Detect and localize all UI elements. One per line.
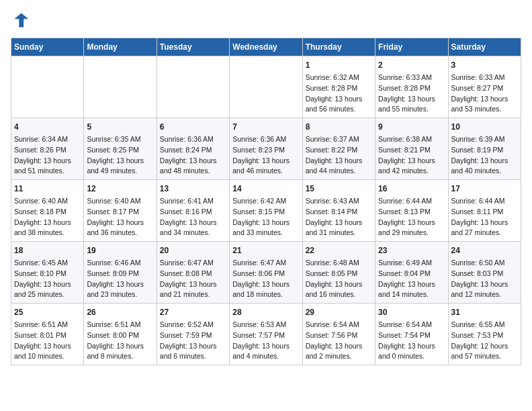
- calendar-cell: [84, 56, 157, 118]
- week-row-1: 1Sunrise: 6:32 AM Sunset: 8:28 PM Daylig…: [11, 56, 521, 118]
- day-info: Sunrise: 6:41 AM Sunset: 8:16 PM Dayligh…: [160, 196, 226, 238]
- day-info: Sunrise: 6:54 AM Sunset: 7:56 PM Dayligh…: [306, 320, 372, 362]
- svg-marker-0: [14, 13, 28, 28]
- logo: [11, 11, 32, 30]
- day-number: 24: [451, 244, 518, 257]
- day-info: Sunrise: 6:38 AM Sunset: 8:21 PM Dayligh…: [378, 134, 445, 177]
- day-info: Sunrise: 6:32 AM Sunset: 8:28 PM Dayligh…: [306, 73, 372, 115]
- calendar-cell: 2Sunrise: 6:33 AM Sunset: 8:28 PM Daylig…: [375, 56, 448, 118]
- day-number: 23: [378, 244, 445, 257]
- day-info: Sunrise: 6:51 AM Sunset: 8:00 PM Dayligh…: [87, 320, 153, 362]
- calendar-cell: 21Sunrise: 6:47 AM Sunset: 8:06 PM Dayli…: [230, 242, 302, 304]
- calendar-cell: 14Sunrise: 6:42 AM Sunset: 8:15 PM Dayli…: [230, 180, 302, 242]
- header: [11, 11, 521, 30]
- calendar-cell: 9Sunrise: 6:38 AM Sunset: 8:21 PM Daylig…: [375, 118, 448, 180]
- day-info: Sunrise: 6:40 AM Sunset: 8:17 PM Dayligh…: [87, 196, 153, 238]
- calendar-cell: [11, 56, 84, 118]
- week-row-5: 25Sunrise: 6:51 AM Sunset: 8:01 PM Dayli…: [11, 304, 521, 365]
- day-number: 17: [451, 183, 518, 195]
- day-number: 27: [160, 306, 226, 318]
- logo-icon: [11, 11, 30, 30]
- day-number: 5: [87, 121, 153, 133]
- weekday-header-sunday: Sunday: [11, 38, 84, 56]
- day-info: Sunrise: 6:35 AM Sunset: 8:25 PM Dayligh…: [87, 134, 153, 177]
- day-number: 8: [306, 121, 372, 133]
- day-number: 30: [378, 306, 445, 318]
- day-info: Sunrise: 6:36 AM Sunset: 8:24 PM Dayligh…: [160, 134, 226, 177]
- calendar-cell: 17Sunrise: 6:44 AM Sunset: 8:11 PM Dayli…: [448, 180, 521, 242]
- day-info: Sunrise: 6:52 AM Sunset: 7:59 PM Dayligh…: [160, 320, 226, 362]
- weekday-header-wednesday: Wednesday: [230, 38, 302, 56]
- day-number: 29: [306, 306, 372, 318]
- day-info: Sunrise: 6:33 AM Sunset: 8:27 PM Dayligh…: [451, 73, 518, 115]
- day-number: 18: [14, 244, 81, 257]
- day-number: 14: [232, 183, 299, 195]
- day-number: 2: [378, 59, 445, 71]
- calendar-cell: 12Sunrise: 6:40 AM Sunset: 8:17 PM Dayli…: [84, 180, 157, 242]
- day-info: Sunrise: 6:48 AM Sunset: 8:05 PM Dayligh…: [306, 258, 372, 300]
- calendar-cell: 1Sunrise: 6:32 AM Sunset: 8:28 PM Daylig…: [302, 56, 375, 118]
- day-info: Sunrise: 6:51 AM Sunset: 8:01 PM Dayligh…: [14, 320, 81, 362]
- calendar-cell: 20Sunrise: 6:47 AM Sunset: 8:08 PM Dayli…: [157, 242, 229, 304]
- day-number: 11: [14, 183, 81, 195]
- day-info: Sunrise: 6:34 AM Sunset: 8:26 PM Dayligh…: [14, 134, 81, 177]
- day-info: Sunrise: 6:39 AM Sunset: 8:19 PM Dayligh…: [451, 134, 518, 177]
- calendar-cell: 29Sunrise: 6:54 AM Sunset: 7:56 PM Dayli…: [302, 304, 375, 365]
- calendar-cell: 27Sunrise: 6:52 AM Sunset: 7:59 PM Dayli…: [157, 304, 229, 365]
- day-info: Sunrise: 6:53 AM Sunset: 7:57 PM Dayligh…: [232, 320, 299, 362]
- calendar-table: SundayMondayTuesdayWednesdayThursdayFrid…: [11, 38, 521, 365]
- calendar-cell: [157, 56, 229, 118]
- day-info: Sunrise: 6:46 AM Sunset: 8:09 PM Dayligh…: [87, 258, 153, 300]
- day-number: 7: [232, 121, 299, 133]
- calendar-cell: 15Sunrise: 6:43 AM Sunset: 8:14 PM Dayli…: [302, 180, 375, 242]
- calendar-cell: 30Sunrise: 6:54 AM Sunset: 7:54 PM Dayli…: [375, 304, 448, 365]
- day-number: 31: [451, 306, 518, 318]
- calendar-cell: 28Sunrise: 6:53 AM Sunset: 7:57 PM Dayli…: [230, 304, 302, 365]
- calendar-cell: [230, 56, 302, 118]
- calendar-cell: 5Sunrise: 6:35 AM Sunset: 8:25 PM Daylig…: [84, 118, 157, 180]
- day-info: Sunrise: 6:43 AM Sunset: 8:14 PM Dayligh…: [306, 196, 372, 238]
- calendar-cell: 22Sunrise: 6:48 AM Sunset: 8:05 PM Dayli…: [302, 242, 375, 304]
- calendar-cell: 25Sunrise: 6:51 AM Sunset: 8:01 PM Dayli…: [11, 304, 84, 365]
- calendar-cell: 3Sunrise: 6:33 AM Sunset: 8:27 PM Daylig…: [448, 56, 521, 118]
- day-info: Sunrise: 6:44 AM Sunset: 8:13 PM Dayligh…: [378, 196, 445, 238]
- day-number: 20: [160, 244, 226, 257]
- day-info: Sunrise: 6:45 AM Sunset: 8:10 PM Dayligh…: [14, 258, 81, 300]
- day-number: 4: [14, 121, 81, 133]
- day-number: 12: [87, 183, 153, 195]
- weekday-header-monday: Monday: [84, 38, 157, 56]
- day-number: 26: [87, 306, 153, 318]
- calendar-cell: 31Sunrise: 6:55 AM Sunset: 7:53 PM Dayli…: [448, 304, 521, 365]
- calendar-cell: 18Sunrise: 6:45 AM Sunset: 8:10 PM Dayli…: [11, 242, 84, 304]
- day-info: Sunrise: 6:55 AM Sunset: 7:53 PM Dayligh…: [451, 320, 518, 362]
- day-number: 28: [232, 306, 299, 318]
- calendar-cell: 6Sunrise: 6:36 AM Sunset: 8:24 PM Daylig…: [157, 118, 229, 180]
- week-row-2: 4Sunrise: 6:34 AM Sunset: 8:26 PM Daylig…: [11, 118, 521, 180]
- day-info: Sunrise: 6:37 AM Sunset: 8:22 PM Dayligh…: [306, 134, 372, 177]
- day-number: 6: [160, 121, 226, 133]
- day-number: 16: [378, 183, 445, 195]
- day-number: 10: [451, 121, 518, 133]
- day-info: Sunrise: 6:47 AM Sunset: 8:06 PM Dayligh…: [232, 258, 299, 300]
- day-number: 21: [232, 244, 299, 257]
- week-row-3: 11Sunrise: 6:40 AM Sunset: 8:18 PM Dayli…: [11, 180, 521, 242]
- day-info: Sunrise: 6:44 AM Sunset: 8:11 PM Dayligh…: [451, 196, 518, 238]
- day-number: 25: [14, 306, 81, 318]
- calendar-cell: 13Sunrise: 6:41 AM Sunset: 8:16 PM Dayli…: [157, 180, 229, 242]
- calendar-cell: 10Sunrise: 6:39 AM Sunset: 8:19 PM Dayli…: [448, 118, 521, 180]
- day-info: Sunrise: 6:47 AM Sunset: 8:08 PM Dayligh…: [160, 258, 226, 300]
- day-info: Sunrise: 6:33 AM Sunset: 8:28 PM Dayligh…: [378, 73, 445, 115]
- day-info: Sunrise: 6:40 AM Sunset: 8:18 PM Dayligh…: [14, 196, 81, 238]
- day-info: Sunrise: 6:50 AM Sunset: 8:03 PM Dayligh…: [451, 258, 518, 300]
- day-number: 3: [451, 59, 518, 71]
- calendar-cell: 7Sunrise: 6:36 AM Sunset: 8:23 PM Daylig…: [230, 118, 302, 180]
- day-info: Sunrise: 6:36 AM Sunset: 8:23 PM Dayligh…: [232, 134, 299, 177]
- weekday-header-row: SundayMondayTuesdayWednesdayThursdayFrid…: [11, 38, 521, 56]
- weekday-header-thursday: Thursday: [302, 38, 375, 56]
- day-info: Sunrise: 6:49 AM Sunset: 8:04 PM Dayligh…: [378, 258, 445, 300]
- day-number: 9: [378, 121, 445, 133]
- weekday-header-tuesday: Tuesday: [157, 38, 229, 56]
- week-row-4: 18Sunrise: 6:45 AM Sunset: 8:10 PM Dayli…: [11, 242, 521, 304]
- day-number: 22: [306, 244, 372, 257]
- calendar-cell: 8Sunrise: 6:37 AM Sunset: 8:22 PM Daylig…: [302, 118, 375, 180]
